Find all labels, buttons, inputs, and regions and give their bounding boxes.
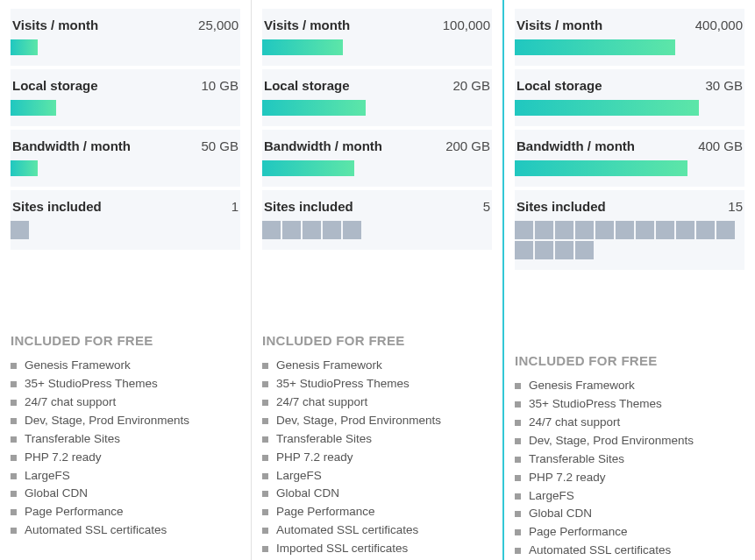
pricing-comparison: Visits / month25,000Local storage10 GBBa… — [0, 0, 755, 560]
feature-list: Genesis Framework35+ StudioPress Themes2… — [262, 357, 492, 560]
site-block — [636, 221, 654, 239]
visits-bar — [262, 39, 492, 55]
visits-value: 400,000 — [695, 18, 743, 32]
feature-item: 35+ StudioPress Themes — [515, 395, 744, 414]
included-title: INCLUDED FOR FREE — [515, 353, 744, 368]
feature-item: Global CDN — [11, 485, 240, 503]
bandwidth-bar — [262, 160, 492, 176]
visits-bar — [11, 39, 240, 55]
site-block — [555, 241, 573, 259]
feature-item: PHP 7.2 ready — [515, 469, 744, 487]
bandwidth-value: 50 GB — [201, 138, 239, 153]
feature-item: Automated SSL certificates — [262, 521, 492, 540]
bandwidth-metric: Bandwidth / month400 GB — [515, 130, 744, 187]
storage-metric: Local storage20 GB — [262, 69, 492, 126]
site-block — [535, 221, 553, 239]
sites-label: Sites included — [264, 199, 353, 214]
feature-item: LargeFS — [11, 467, 240, 486]
sites-blocks — [11, 221, 240, 239]
feature-item: PHP 7.2 ready — [262, 449, 492, 467]
visits-value: 25,000 — [198, 18, 239, 32]
storage-bar — [515, 100, 744, 116]
plan-column-1: Visits / month25,000Local storage10 GBBa… — [0, 0, 251, 560]
visits-label: Visits / month — [264, 18, 350, 32]
site-block — [303, 221, 321, 239]
site-block — [555, 221, 573, 239]
site-block — [535, 241, 553, 259]
sites-blocks — [515, 221, 744, 259]
plan-column-2: Visits / month100,000Local storage20 GBB… — [251, 0, 502, 560]
site-block — [262, 221, 281, 239]
feature-list: Genesis Framework35+ StudioPress Themes2… — [515, 377, 744, 560]
feature-item: 35+ StudioPress Themes — [262, 375, 492, 393]
feature-list: Genesis Framework35+ StudioPress Themes2… — [11, 357, 240, 540]
feature-item: 35+ StudioPress Themes — [11, 375, 240, 393]
feature-item: Page Performance — [11, 503, 240, 521]
bandwidth-value: 400 GB — [698, 138, 743, 153]
feature-item: LargeFS — [515, 487, 744, 506]
bandwidth-value: 200 GB — [445, 138, 490, 153]
storage-value: 30 GB — [705, 78, 743, 93]
feature-item: Dev, Stage, Prod Environments — [262, 412, 492, 430]
sites-value: 5 — [483, 199, 490, 214]
feature-item: 24/7 chat support — [262, 393, 492, 412]
bandwidth-label: Bandwidth / month — [516, 138, 635, 153]
visits-bar — [515, 39, 744, 55]
feature-item: Page Performance — [262, 503, 492, 521]
plan-column-3: Visits / month400,000Local storage30 GBB… — [502, 0, 755, 560]
site-block — [676, 221, 694, 239]
sites-metric: Sites included15 — [515, 190, 744, 270]
site-block — [656, 221, 674, 239]
sites-value: 1 — [231, 199, 239, 214]
feature-item: Transferable Sites — [515, 450, 744, 469]
feature-item: LargeFS — [262, 467, 492, 486]
bandwidth-label: Bandwidth / month — [12, 138, 131, 153]
site-block — [616, 221, 634, 239]
feature-item: Page Performance — [515, 523, 744, 542]
site-block — [595, 221, 614, 239]
bandwidth-bar — [11, 160, 240, 176]
storage-value: 10 GB — [201, 78, 239, 93]
feature-item: Imported SSL certificates — [262, 540, 492, 558]
feature-item: Global CDN — [515, 505, 744, 523]
feature-item: Global CDN — [262, 485, 492, 503]
site-block — [716, 221, 735, 239]
included-title: INCLUDED FOR FREE — [11, 333, 240, 348]
included-title: INCLUDED FOR FREE — [262, 333, 492, 348]
site-block — [696, 221, 715, 239]
storage-label: Local storage — [12, 78, 98, 93]
storage-bar — [262, 100, 492, 116]
feature-item: Genesis Framework — [515, 377, 744, 395]
bandwidth-bar — [515, 160, 744, 176]
visits-label: Visits / month — [516, 18, 602, 32]
bandwidth-metric: Bandwidth / month200 GB — [262, 130, 492, 187]
visits-metric: Visits / month25,000 — [11, 9, 240, 66]
site-block — [282, 221, 301, 239]
storage-metric: Local storage30 GB — [515, 69, 744, 126]
feature-item: Transferable Sites — [11, 430, 240, 449]
storage-label: Local storage — [516, 78, 602, 93]
feature-item: Automated SSL certificates — [11, 521, 240, 540]
sites-value: 15 — [728, 199, 743, 214]
site-block — [515, 221, 533, 239]
storage-label: Local storage — [264, 78, 350, 93]
site-block — [515, 241, 533, 259]
site-block — [575, 241, 594, 259]
feature-item: Transferable Sites — [262, 430, 492, 449]
visits-label: Visits / month — [12, 18, 98, 32]
included-section: INCLUDED FOR FREEGenesis Framework35+ St… — [515, 353, 744, 560]
storage-metric: Local storage10 GB — [11, 69, 240, 126]
feature-item: PHP 7.2 ready — [11, 449, 240, 467]
sites-metric: Sites included1 — [11, 190, 240, 250]
visits-value: 100,000 — [443, 18, 490, 32]
site-block — [575, 221, 594, 239]
site-block — [323, 221, 341, 239]
site-block — [11, 221, 29, 239]
included-section: INCLUDED FOR FREEGenesis Framework35+ St… — [262, 333, 492, 560]
bandwidth-label: Bandwidth / month — [264, 138, 382, 153]
included-section: INCLUDED FOR FREEGenesis Framework35+ St… — [11, 333, 240, 540]
visits-metric: Visits / month100,000 — [262, 9, 492, 66]
feature-item: Genesis Framework — [262, 357, 492, 375]
sites-metric: Sites included5 — [262, 190, 492, 250]
storage-bar — [11, 100, 240, 116]
